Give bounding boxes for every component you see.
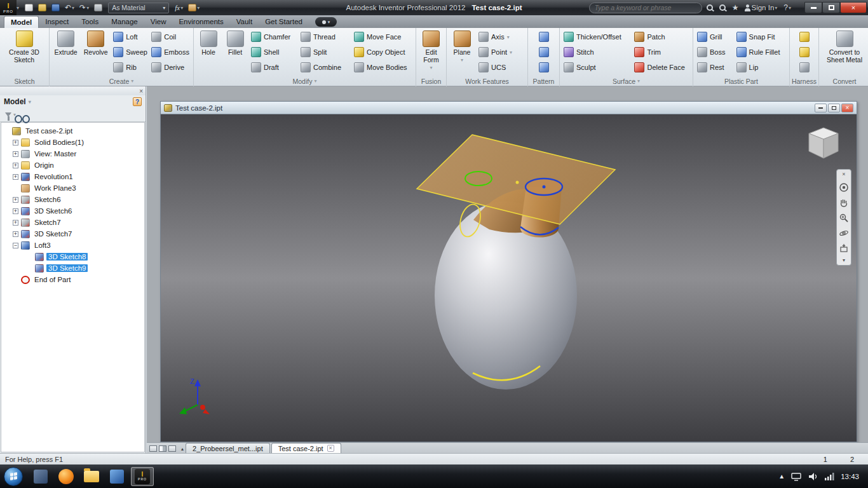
display-tray-icon[interactable] xyxy=(791,472,801,481)
tab-tools[interactable]: Tools xyxy=(75,16,105,28)
browser-title[interactable]: Model xyxy=(4,97,26,106)
shell-button[interactable]: Shell xyxy=(249,45,297,60)
doc-minimize-button[interactable] xyxy=(815,104,827,112)
expander-icon[interactable] xyxy=(13,243,18,248)
expander-icon[interactable] xyxy=(13,174,18,180)
help-search-button[interactable] xyxy=(717,3,728,12)
tray-expand-icon[interactable]: ▲ xyxy=(778,473,785,480)
extrude-button[interactable]: Extrude xyxy=(51,29,80,75)
copy-object-button[interactable]: Copy Object xyxy=(352,45,413,60)
tree-item-3d-sketch9[interactable]: 3D Sketch9 xyxy=(1,262,144,274)
thicken-offset-button[interactable]: Thicken/Offset xyxy=(562,30,631,44)
tab-close-icon[interactable]: × xyxy=(327,445,334,452)
document-window-titlebar[interactable]: Test case-2.ipt × xyxy=(161,102,857,114)
viewport[interactable]: Z × xyxy=(161,114,857,442)
patch-button[interactable]: Patch xyxy=(632,30,691,44)
axis-button[interactable]: Axis▾ xyxy=(477,30,521,44)
create-3d-sketch-button[interactable]: Create 3D Sketch xyxy=(2,29,46,75)
expander-icon[interactable] xyxy=(13,151,18,157)
expander-icon[interactable] xyxy=(13,197,18,203)
boss-button[interactable]: Boss xyxy=(695,45,733,60)
chevron-up-icon[interactable]: ▴ xyxy=(179,446,186,453)
maximize-button[interactable] xyxy=(822,2,840,13)
hole-button[interactable]: Hole xyxy=(196,29,221,75)
snap-fit-button[interactable]: Snap Fit xyxy=(735,30,787,44)
tree-item-sketch6[interactable]: Sketch6 xyxy=(1,194,144,205)
inventor-app-logo[interactable]: I PRO xyxy=(0,0,17,15)
tab-inspect[interactable]: Inspect xyxy=(39,16,75,28)
doc-restore-button[interactable] xyxy=(828,104,840,112)
tree-item-revolution1[interactable]: Revolution1 xyxy=(1,171,144,182)
harness-route-button[interactable] xyxy=(797,30,811,44)
pan-button[interactable] xyxy=(837,196,850,209)
tab-vault[interactable]: Vault xyxy=(230,16,259,28)
tree-item-3d-sketch8[interactable]: 3D Sketch8 xyxy=(1,251,144,262)
thread-button[interactable]: Thread xyxy=(299,30,351,44)
delete-face-button[interactable]: Delete Face xyxy=(632,60,691,75)
harness-pin-button[interactable] xyxy=(797,60,811,75)
sketch-center-point-blue[interactable] xyxy=(543,186,546,189)
undo-button[interactable]: ↶▾ xyxy=(63,3,76,13)
tree-item-3d-sketch7[interactable]: 3D Sketch7 xyxy=(1,228,144,240)
navigation-wheel-button[interactable] xyxy=(837,181,850,194)
browser-close-icon[interactable]: × xyxy=(139,88,143,95)
plane-button[interactable]: Plane ▾ xyxy=(449,29,475,75)
edit-form-button[interactable]: Edit Form ▾ xyxy=(418,29,444,75)
tab-model[interactable]: Model xyxy=(4,16,39,28)
zoom-button[interactable] xyxy=(837,212,850,224)
mirror-button[interactable] xyxy=(537,60,551,75)
rule-fillet-button[interactable]: Rule Fillet xyxy=(735,45,787,60)
sweep-button[interactable]: Sweep xyxy=(111,45,148,60)
taskbar-app-2[interactable] xyxy=(105,467,128,486)
split-button[interactable]: Split xyxy=(299,45,351,60)
browser-help-icon[interactable]: ? xyxy=(133,97,142,106)
parameters-button[interactable]: fx▾ xyxy=(173,3,185,13)
trim-button[interactable]: Trim xyxy=(632,45,691,60)
start-button[interactable] xyxy=(4,467,23,486)
loft-button[interactable]: Loft xyxy=(111,30,148,44)
harness-segment-button[interactable] xyxy=(797,45,811,60)
window-arrange-icon[interactable] xyxy=(168,445,176,452)
tree-item-sketch7[interactable]: Sketch7 xyxy=(1,217,144,228)
help-button[interactable]: ? ▾ xyxy=(782,3,793,13)
scene-canvas[interactable]: Z xyxy=(161,114,857,442)
work-point-yellow[interactable] xyxy=(516,181,519,184)
search-button[interactable] xyxy=(705,3,715,12)
rib-button[interactable]: Rib xyxy=(111,60,148,75)
taskbar-inventor[interactable]: IPRO xyxy=(131,467,154,486)
print-button[interactable] xyxy=(92,3,104,13)
ucs-button[interactable]: UCS xyxy=(477,60,521,75)
chevron-down-icon[interactable]: ▾ xyxy=(29,99,31,105)
tree-item-work-plane3[interactable]: Work Plane3 xyxy=(1,182,144,194)
material-dropdown[interactable]: As Material ▾ xyxy=(108,3,169,13)
expander-icon[interactable] xyxy=(13,163,18,168)
tab-environments[interactable]: Environments xyxy=(172,16,229,28)
tree-item-origin[interactable]: Origin xyxy=(1,159,144,171)
close-button[interactable]: × xyxy=(840,2,867,13)
point-button[interactable]: Point▾ xyxy=(477,45,521,60)
draft-button[interactable]: Draft xyxy=(249,60,297,75)
volume-tray-icon[interactable] xyxy=(808,472,818,481)
lip-button[interactable]: Lip xyxy=(735,60,787,75)
open-button[interactable] xyxy=(36,3,48,13)
tab-manage[interactable]: Manage xyxy=(105,16,144,28)
redo-button[interactable]: ↷▾ xyxy=(78,3,91,13)
combine-button[interactable]: Combine xyxy=(299,60,351,75)
coil-button[interactable]: Coil xyxy=(149,30,191,44)
grill-button[interactable]: Grill xyxy=(695,30,733,44)
search-box[interactable] xyxy=(589,3,702,13)
sign-in-button[interactable]: Sign In ▾ xyxy=(743,3,779,13)
sculpt-button[interactable]: Sculpt xyxy=(562,60,631,75)
tree-item-root[interactable]: Test case-2.ipt xyxy=(1,125,144,137)
move-bodies-button[interactable]: Move Bodies xyxy=(352,60,413,75)
filter-button[interactable]: ▾ xyxy=(5,112,16,118)
tree-item-solid-bodies[interactable]: Solid Bodies(1) xyxy=(1,137,144,148)
expander-icon[interactable] xyxy=(13,140,18,146)
tab-get-started[interactable]: Get Started xyxy=(259,16,309,28)
save-button[interactable] xyxy=(50,3,62,13)
convert-to-sheet-metal-button[interactable]: Convert to Sheet Metal xyxy=(821,29,868,75)
taskbar-clock[interactable]: 13:43 xyxy=(841,473,859,480)
new-file-button[interactable] xyxy=(23,3,35,13)
favorites-button[interactable]: ★ xyxy=(730,2,741,13)
rest-button[interactable]: Rest xyxy=(695,60,733,75)
